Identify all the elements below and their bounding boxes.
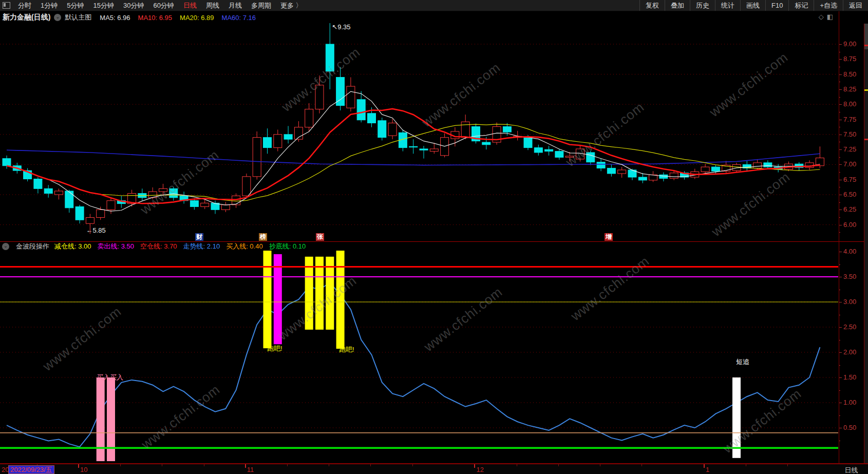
right-scroll-strip[interactable] xyxy=(864,24,868,463)
signal-label: 短追 xyxy=(736,358,749,366)
signal-label: 买入买入 xyxy=(97,373,123,381)
diamond-icon[interactable]: ◇ xyxy=(819,13,827,21)
main-candlestick-chart[interactable]: ↖9.35←5.85 xyxy=(0,24,838,235)
price-axis-label: 6.00 xyxy=(843,221,866,229)
toolbar-button[interactable]: F10 xyxy=(765,0,788,11)
time-axis-bar: 20 2022/09/23/五 1011121 日线 xyxy=(0,463,868,474)
price-axis-label: 8.25 xyxy=(843,85,866,93)
toolbar-button[interactable]: +自选 xyxy=(814,0,843,11)
ma-legend-item: MA5: 6.96 xyxy=(100,14,130,22)
chart-corner-icons: ◇◧ xyxy=(819,13,836,21)
price-axis-label: 8.00 xyxy=(843,100,866,108)
indicator-axis-label: 0.50 xyxy=(843,424,866,431)
timeframe-item[interactable]: 月线 xyxy=(224,0,247,11)
period-label[interactable]: 日线 xyxy=(839,466,863,474)
indicator-param: 买入线: 0.40 xyxy=(226,242,263,251)
main-chart-preset-label[interactable]: 默认主图 xyxy=(65,13,91,22)
price-axis-border xyxy=(839,11,839,463)
indicator-axis-label: 2.50 xyxy=(843,323,866,331)
selected-date-box[interactable]: 2022/09/23/五 xyxy=(8,465,54,474)
indicator-axis-label: 1.00 xyxy=(843,399,866,406)
toolbar-button[interactable]: 复权 xyxy=(639,0,665,11)
strip-mark xyxy=(864,89,868,91)
month-label: 11 xyxy=(247,466,254,473)
month-label: 1 xyxy=(706,466,709,473)
price-axis-label: 9.00 xyxy=(843,40,866,48)
price-axis-label: 7.25 xyxy=(843,145,866,153)
ma-legend: MA5: 6.96MA10: 6.95MA20: 6.89MA60: 7.16 xyxy=(100,14,263,22)
indicator-name[interactable]: 金波段操作 xyxy=(16,242,49,251)
stock-title[interactable]: 新力金融(日线) xyxy=(3,13,50,22)
event-marker[interactable]: 张 xyxy=(316,233,324,241)
ma-legend-item: MA10: 6.95 xyxy=(138,14,173,22)
threshold-lines-layer xyxy=(0,267,838,448)
timeframe-item[interactable]: 15分钟 xyxy=(88,0,118,11)
event-marker[interactable]: 榜 xyxy=(259,233,267,241)
price-axis-label: 7.75 xyxy=(843,116,866,123)
indicator-axis-label: 3.50 xyxy=(843,273,866,280)
indicator-param: 抄底线: 0.10 xyxy=(269,242,306,251)
timeframe-item[interactable]: 多周期 xyxy=(247,0,276,11)
toolbar-button[interactable]: 画线 xyxy=(740,0,765,11)
timeframe-item[interactable]: 30分钟 xyxy=(119,0,148,11)
split-view-icon[interactable]: ◧ xyxy=(827,13,836,21)
signal-label: 跑吧! xyxy=(267,345,282,352)
ma-legend-item: MA20: 6.89 xyxy=(180,14,214,22)
price-axis-label: 7.00 xyxy=(843,160,866,168)
top-menu-bar: 分时1分钟5分钟15分钟30分钟60分钟日线周线月线多周期更多 〉 复权叠加历史… xyxy=(0,0,868,11)
strip-mark xyxy=(864,139,868,140)
indicator-param: 空仓线: 3.70 xyxy=(140,242,177,251)
trading-app-window: 分时1分钟5分钟15分钟30分钟60分钟日线周线月线多周期更多 〉 复权叠加历史… xyxy=(0,0,868,474)
signal-label: 跑吧! xyxy=(339,346,354,353)
toolbar-button[interactable]: 叠加 xyxy=(665,0,690,11)
indicator-axis-label: 4.00 xyxy=(843,248,866,255)
chart-title-row: 新力金融(日线) ⌄ 默认主图 MA5: 6.96MA10: 6.95MA20:… xyxy=(0,11,868,24)
price-axis-label: 8.75 xyxy=(843,55,866,63)
trend-line xyxy=(7,283,820,447)
ma-legend-item: MA60: 7.16 xyxy=(222,14,256,22)
signal-bars-layer xyxy=(97,251,741,461)
indicator-params: 减仓线: 3.00卖出线: 3.50空仓线: 3.70走势线: 2.10买入线:… xyxy=(54,242,312,251)
timeframe-item[interactable]: 周线 xyxy=(201,0,224,11)
timeframe-item[interactable]: 日线 xyxy=(179,0,201,11)
strip-mark xyxy=(864,45,868,46)
toolbar-button[interactable]: 返回 xyxy=(843,0,868,11)
timeframe-item[interactable]: 1分钟 xyxy=(36,0,62,11)
price-axis-label: 6.75 xyxy=(843,176,866,183)
indicator-param: 减仓线: 3.00 xyxy=(54,242,91,251)
month-label: 10 xyxy=(80,466,87,473)
action-menu: 复权叠加历史统计画线F10标记+自选返回 xyxy=(639,0,868,11)
chevron-down-icon[interactable]: ⌄ xyxy=(54,14,61,21)
timeframe-item[interactable]: 5分钟 xyxy=(62,0,88,11)
panel-divider-line xyxy=(0,241,864,242)
timeframe-menu: 分时1分钟5分钟15分钟30分钟60分钟日线周线月线多周期更多 〉 xyxy=(13,0,307,11)
indicator-axis-label: 2.00 xyxy=(843,348,866,356)
indicator-panel-chart[interactable]: 买入买入跑吧!跑吧!短追 xyxy=(0,251,838,463)
indicator-axis-label: 1.50 xyxy=(843,373,866,381)
timeframe-item[interactable]: 更多 〉 xyxy=(276,0,307,11)
grid-layer xyxy=(0,44,838,225)
toolbar-button[interactable]: 历史 xyxy=(690,0,715,11)
high-price-annotation: ↖9.35 xyxy=(332,23,350,31)
indicator-header: ⌄ 金波段操作 减仓线: 3.00卖出线: 3.50空仓线: 3.70走势线: … xyxy=(0,242,838,251)
app-window-icon[interactable] xyxy=(3,2,10,9)
price-axis-label: 6.25 xyxy=(843,205,866,213)
event-marker[interactable]: 增 xyxy=(605,233,613,241)
indicator-param: 卖出线: 3.50 xyxy=(98,242,135,251)
indicator-param: 走势线: 2.10 xyxy=(183,242,220,251)
event-marker[interactable]: 财 xyxy=(195,233,203,241)
toolbar-button[interactable]: 统计 xyxy=(715,0,740,11)
chevron-down-icon[interactable]: ⌄ xyxy=(2,243,9,250)
toolbar-button[interactable]: 标记 xyxy=(788,0,814,11)
price-axis-label: 7.50 xyxy=(843,130,866,138)
low-price-annotation: ←5.85 xyxy=(86,226,105,234)
timeframe-item[interactable]: 60分钟 xyxy=(148,0,178,11)
price-axis-label: 6.50 xyxy=(843,191,866,198)
timeframe-item[interactable]: 分时 xyxy=(13,0,36,11)
grid-layer xyxy=(0,277,838,428)
price-axis-label: 8.50 xyxy=(843,70,866,78)
indicator-axis-label: 3.00 xyxy=(843,298,866,306)
month-label: 12 xyxy=(476,466,483,473)
